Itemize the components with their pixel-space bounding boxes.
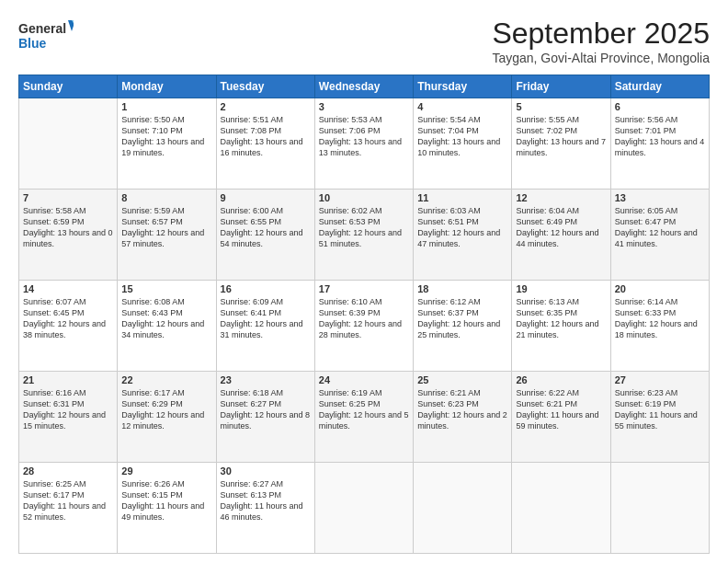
table-row: 21 Sunrise: 6:16 AM Sunset: 6:31 PM Dayl…: [19, 372, 118, 463]
table-row: 30 Sunrise: 6:27 AM Sunset: 6:13 PM Dayl…: [216, 463, 314, 554]
day-number: 1: [121, 101, 211, 112]
table-row: 15 Sunrise: 6:08 AM Sunset: 6:43 PM Dayl…: [118, 281, 216, 372]
page: General Blue September 2025 Taygan, Govi…: [0, 0, 728, 563]
day-number: 13: [615, 192, 705, 203]
day-number: 29: [121, 465, 211, 477]
table-row: 14 Sunrise: 6:07 AM Sunset: 6:45 PM Dayl…: [19, 281, 118, 372]
day-info: Sunrise: 6:03 AM Sunset: 6:51 PM Dayligh…: [417, 205, 507, 250]
table-row: 29 Sunrise: 6:26 AM Sunset: 6:15 PM Dayl…: [118, 463, 216, 554]
day-number: 14: [23, 283, 113, 294]
table-row: 2 Sunrise: 5:51 AM Sunset: 7:08 PM Dayli…: [216, 98, 314, 190]
logo-svg: General Blue: [18, 17, 74, 55]
table-row: 22 Sunrise: 6:17 AM Sunset: 6:29 PM Dayl…: [118, 372, 216, 463]
day-info: Sunrise: 6:22 AM Sunset: 6:21 PM Dayligh…: [516, 387, 606, 432]
svg-text:General: General: [18, 21, 66, 36]
day-info: Sunrise: 5:53 AM Sunset: 7:06 PM Dayligh…: [319, 114, 409, 159]
col-saturday: Saturday: [610, 75, 709, 98]
table-row: [314, 463, 413, 554]
day-number: 15: [121, 283, 211, 294]
day-number: 23: [221, 374, 311, 385]
col-sunday: Sunday: [19, 75, 118, 98]
day-number: 19: [516, 283, 606, 294]
day-number: 16: [221, 283, 311, 294]
day-number: 6: [615, 101, 705, 112]
col-monday: Monday: [118, 75, 216, 98]
table-row: 28 Sunrise: 6:25 AM Sunset: 6:17 PM Dayl…: [19, 463, 118, 554]
day-number: 20: [615, 283, 705, 294]
day-info: Sunrise: 6:07 AM Sunset: 6:45 PM Dayligh…: [23, 296, 113, 341]
calendar-week-row: 21 Sunrise: 6:16 AM Sunset: 6:31 PM Dayl…: [19, 372, 710, 463]
table-row: 26 Sunrise: 6:22 AM Sunset: 6:21 PM Dayl…: [512, 372, 610, 463]
day-info: Sunrise: 6:13 AM Sunset: 6:35 PM Dayligh…: [516, 296, 606, 341]
table-row: 10 Sunrise: 6:02 AM Sunset: 6:53 PM Dayl…: [314, 190, 413, 281]
calendar-week-row: 14 Sunrise: 6:07 AM Sunset: 6:45 PM Dayl…: [19, 281, 710, 372]
calendar-header-row: Sunday Monday Tuesday Wednesday Thursday…: [19, 75, 710, 98]
day-info: Sunrise: 5:56 AM Sunset: 7:01 PM Dayligh…: [615, 114, 705, 159]
day-info: Sunrise: 6:00 AM Sunset: 6:55 PM Dayligh…: [221, 205, 311, 250]
day-number: 12: [516, 192, 606, 203]
month-title: September 2025: [492, 17, 710, 51]
day-info: Sunrise: 6:09 AM Sunset: 6:41 PM Dayligh…: [221, 296, 311, 341]
table-row: 4 Sunrise: 5:54 AM Sunset: 7:04 PM Dayli…: [414, 98, 512, 190]
table-row: 8 Sunrise: 5:59 AM Sunset: 6:57 PM Dayli…: [118, 190, 216, 281]
table-row: [414, 463, 512, 554]
title-block: September 2025 Taygan, Govi-Altai Provin…: [492, 17, 710, 65]
day-number: 2: [221, 101, 311, 112]
day-info: Sunrise: 6:23 AM Sunset: 6:19 PM Dayligh…: [615, 387, 705, 432]
table-row: 20 Sunrise: 6:14 AM Sunset: 6:33 PM Dayl…: [610, 281, 709, 372]
day-info: Sunrise: 5:50 AM Sunset: 7:10 PM Dayligh…: [121, 114, 211, 159]
day-info: Sunrise: 6:27 AM Sunset: 6:13 PM Dayligh…: [221, 478, 311, 523]
day-number: 28: [23, 465, 113, 477]
day-number: 7: [23, 192, 113, 203]
day-number: 24: [319, 374, 409, 385]
col-tuesday: Tuesday: [216, 75, 314, 98]
table-row: 3 Sunrise: 5:53 AM Sunset: 7:06 PM Dayli…: [314, 98, 413, 190]
day-info: Sunrise: 5:55 AM Sunset: 7:02 PM Dayligh…: [516, 114, 606, 159]
svg-text:Blue: Blue: [18, 36, 47, 51]
table-row: [19, 98, 118, 190]
calendar-week-row: 28 Sunrise: 6:25 AM Sunset: 6:17 PM Dayl…: [19, 463, 710, 554]
day-number: 8: [121, 192, 211, 203]
day-number: 21: [23, 374, 113, 385]
day-number: 3: [319, 101, 409, 112]
table-row: [610, 463, 709, 554]
day-info: Sunrise: 6:05 AM Sunset: 6:47 PM Dayligh…: [615, 205, 705, 250]
table-row: 6 Sunrise: 5:56 AM Sunset: 7:01 PM Dayli…: [610, 98, 709, 190]
day-info: Sunrise: 6:14 AM Sunset: 6:33 PM Dayligh…: [615, 296, 705, 341]
calendar-table: Sunday Monday Tuesday Wednesday Thursday…: [18, 75, 710, 554]
table-row: 7 Sunrise: 5:58 AM Sunset: 6:59 PM Dayli…: [19, 190, 118, 281]
table-row: 5 Sunrise: 5:55 AM Sunset: 7:02 PM Dayli…: [512, 98, 610, 190]
calendar-week-row: 7 Sunrise: 5:58 AM Sunset: 6:59 PM Dayli…: [19, 190, 710, 281]
day-info: Sunrise: 6:10 AM Sunset: 6:39 PM Dayligh…: [319, 296, 409, 341]
table-row: 12 Sunrise: 6:04 AM Sunset: 6:49 PM Dayl…: [512, 190, 610, 281]
col-wednesday: Wednesday: [314, 75, 413, 98]
day-info: Sunrise: 6:21 AM Sunset: 6:23 PM Dayligh…: [417, 387, 507, 432]
day-number: 4: [417, 101, 507, 112]
day-info: Sunrise: 6:18 AM Sunset: 6:27 PM Dayligh…: [221, 387, 311, 432]
day-number: 22: [121, 374, 211, 385]
day-info: Sunrise: 6:25 AM Sunset: 6:17 PM Dayligh…: [23, 478, 113, 523]
day-info: Sunrise: 6:19 AM Sunset: 6:25 PM Dayligh…: [319, 387, 409, 432]
col-thursday: Thursday: [414, 75, 512, 98]
day-info: Sunrise: 5:59 AM Sunset: 6:57 PM Dayligh…: [121, 205, 211, 250]
logo: General Blue: [18, 17, 74, 55]
day-info: Sunrise: 6:26 AM Sunset: 6:15 PM Dayligh…: [121, 478, 211, 523]
table-row: 24 Sunrise: 6:19 AM Sunset: 6:25 PM Dayl…: [314, 372, 413, 463]
day-info: Sunrise: 5:51 AM Sunset: 7:08 PM Dayligh…: [221, 114, 311, 159]
day-number: 5: [516, 101, 606, 112]
table-row: 25 Sunrise: 6:21 AM Sunset: 6:23 PM Dayl…: [414, 372, 512, 463]
day-number: 26: [516, 374, 606, 385]
table-row: 18 Sunrise: 6:12 AM Sunset: 6:37 PM Dayl…: [414, 281, 512, 372]
col-friday: Friday: [512, 75, 610, 98]
day-number: 9: [221, 192, 311, 203]
day-info: Sunrise: 6:04 AM Sunset: 6:49 PM Dayligh…: [516, 205, 606, 250]
day-info: Sunrise: 5:58 AM Sunset: 6:59 PM Dayligh…: [23, 205, 113, 250]
day-number: 17: [319, 283, 409, 294]
day-number: 30: [221, 465, 311, 477]
table-row: [512, 463, 610, 554]
day-info: Sunrise: 6:17 AM Sunset: 6:29 PM Dayligh…: [121, 387, 211, 432]
day-info: Sunrise: 5:54 AM Sunset: 7:04 PM Dayligh…: [417, 114, 507, 159]
day-info: Sunrise: 6:16 AM Sunset: 6:31 PM Dayligh…: [23, 387, 113, 432]
day-info: Sunrise: 6:08 AM Sunset: 6:43 PM Dayligh…: [121, 296, 211, 341]
calendar-week-row: 1 Sunrise: 5:50 AM Sunset: 7:10 PM Dayli…: [19, 98, 710, 190]
